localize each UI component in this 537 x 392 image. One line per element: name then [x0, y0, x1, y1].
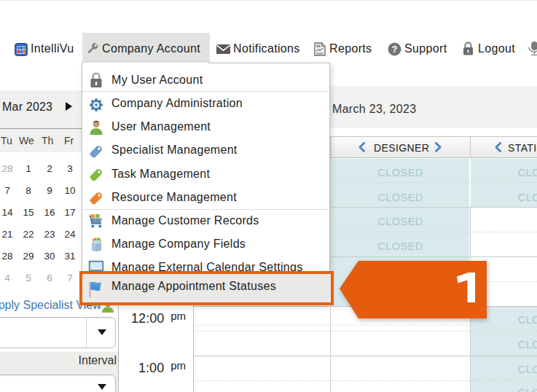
- svg-text:?: ?: [392, 44, 398, 55]
